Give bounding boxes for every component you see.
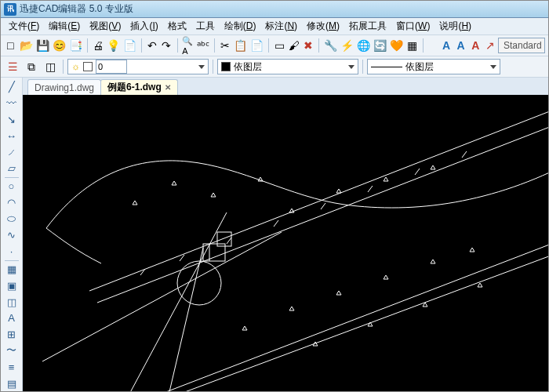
find-icon[interactable]: 🔍A xyxy=(181,37,195,54)
saveas-icon[interactable]: 📑 xyxy=(68,37,83,54)
layer-color-swatch xyxy=(83,62,93,71)
svg-line-18 xyxy=(462,151,467,158)
menu-window[interactable]: 窗口(W) xyxy=(391,18,434,34)
color-select[interactable]: 依图层 xyxy=(217,59,358,74)
globe-icon[interactable]: 🌐 xyxy=(356,37,371,54)
copy-icon[interactable]: 📋 xyxy=(233,37,248,54)
menu-ext[interactable]: 拓展工具 xyxy=(344,18,391,34)
save-icon[interactable]: 💾 xyxy=(35,37,50,54)
tab-example61[interactable]: 例题6-1.dwg ✕ xyxy=(100,79,178,95)
tab-label: 例题6-1.dwg xyxy=(107,81,162,94)
refresh-icon[interactable]: 🔄 xyxy=(373,37,387,54)
svg-line-16 xyxy=(368,186,373,192)
menu-modify[interactable]: 修改(M) xyxy=(302,18,344,34)
redo-icon[interactable]: ↷ xyxy=(160,37,173,54)
layer-iso-icon[interactable]: ◫ xyxy=(42,58,59,75)
svg-line-17 xyxy=(415,169,420,175)
wrench-icon[interactable]: 🔧 xyxy=(323,37,338,54)
undo-icon[interactable]: ↶ xyxy=(146,37,159,54)
arc-tool-icon[interactable]: ◠ xyxy=(3,194,20,210)
erase-icon[interactable]: ✖ xyxy=(302,37,315,54)
pdf-icon[interactable]: 📄 xyxy=(122,37,137,54)
separator xyxy=(423,38,424,53)
linetype-select[interactable]: 依图层 xyxy=(367,59,500,74)
abc-icon[interactable]: ᵃᵇᶜ xyxy=(196,37,210,54)
menu-help[interactable]: 说明(H) xyxy=(434,18,476,34)
color-label: 依图层 xyxy=(234,60,262,74)
saveall-icon[interactable]: 😊 xyxy=(52,37,67,54)
hatch-tool-icon[interactable]: ▦ xyxy=(3,262,20,278)
cut-icon[interactable]: ✂ xyxy=(219,37,232,54)
layer-select[interactable]: ☼ xyxy=(67,59,209,74)
layer-props-icon[interactable]: ⧉ xyxy=(23,58,40,75)
separator xyxy=(214,38,215,53)
separator xyxy=(362,60,363,74)
menu-insert[interactable]: 插入(I) xyxy=(125,18,162,34)
heart-icon[interactable]: 🧡 xyxy=(389,37,404,54)
arc2-tool-icon[interactable]: ⟋ xyxy=(3,144,20,160)
toolbar-layers: ☰ ⧉ ◫ ☼ 依图层 依图层 xyxy=(1,56,548,78)
app-logo: 讯 xyxy=(4,3,16,16)
region-tool-icon[interactable]: ▣ xyxy=(3,278,20,293)
select-icon[interactable]: ▭ xyxy=(273,37,286,54)
xline-tool-icon[interactable]: ↔ xyxy=(3,128,20,143)
separator xyxy=(5,260,19,261)
line-tool-icon[interactable]: ╱ xyxy=(3,79,20,95)
separator xyxy=(87,38,88,53)
ray-tool-icon[interactable]: ↘ xyxy=(3,112,20,128)
cloud-tool-icon[interactable]: 〜 xyxy=(3,343,20,358)
svg-line-3 xyxy=(78,248,548,391)
box3d-icon[interactable]: ▦ xyxy=(405,37,419,54)
new-icon[interactable]: □ xyxy=(4,37,17,54)
window-title: 迅捷CAD编辑器 5.0 专业版 xyxy=(20,2,133,16)
menu-annot[interactable]: 标注(N) xyxy=(260,18,302,34)
block-tool-icon[interactable]: ◫ xyxy=(3,294,20,310)
text-a2-icon[interactable]: A xyxy=(454,37,467,54)
separator xyxy=(213,60,213,74)
drawing-canvas[interactable] xyxy=(23,95,548,391)
linetype-label: 依图层 xyxy=(405,60,434,74)
svg-line-14 xyxy=(274,220,278,227)
align-tool-icon[interactable]: ≡ xyxy=(3,359,20,375)
document-tabs: Drawing1.dwg 例题6-1.dwg ✕ xyxy=(23,78,548,95)
draw-toolbar-vertical: ╱ 〰 ↘ ↔ ⟋ ▱ ○ ◠ ⬭ ∿ · ▦ ▣ ◫ A ⊞ 〜 ≡ ▤ xyxy=(1,78,23,391)
group-tool-icon[interactable]: ⊞ xyxy=(3,327,20,343)
menu-file[interactable]: 文件(F) xyxy=(4,18,44,34)
text-a3-icon[interactable]: A xyxy=(469,37,482,54)
circle-tool-icon[interactable]: ○ xyxy=(3,179,20,194)
close-icon[interactable]: ✕ xyxy=(165,83,171,92)
text-tool-icon[interactable]: A xyxy=(3,310,20,326)
svg-line-2 xyxy=(62,236,548,391)
table-tool-icon[interactable]: ▤ xyxy=(3,376,20,391)
menu-format[interactable]: 格式 xyxy=(163,18,191,34)
open-icon[interactable]: 📂 xyxy=(19,37,34,54)
layer-manager-icon[interactable]: ☰ xyxy=(4,58,21,75)
menu-tool[interactable]: 工具 xyxy=(191,18,220,34)
tab-drawing1[interactable]: Drawing1.dwg xyxy=(27,79,101,95)
svg-line-1 xyxy=(97,118,548,303)
menu-bar: 文件(F) 编辑(E) 视图(V) 插入(I) 格式 工具 绘制(D) 标注(N… xyxy=(1,18,548,35)
text-style-select[interactable]: Standard xyxy=(498,38,545,53)
separator xyxy=(63,60,64,74)
arrow-upright-icon[interactable]: ↗ xyxy=(483,37,496,54)
svg-line-15 xyxy=(321,203,325,209)
light-icon[interactable]: 💡 xyxy=(106,37,121,54)
menu-view[interactable]: 视图(V) xyxy=(85,18,125,34)
paste-icon[interactable]: 📄 xyxy=(249,37,264,54)
text-a1-icon[interactable]: A xyxy=(440,37,453,54)
spline-tool-icon[interactable]: ∿ xyxy=(3,227,20,243)
ellipse-tool-icon[interactable]: ⬭ xyxy=(3,211,20,227)
menu-draw[interactable]: 绘制(D) xyxy=(220,18,261,34)
rect-tool-icon[interactable]: ▱ xyxy=(3,161,20,176)
menu-edit[interactable]: 编辑(E) xyxy=(44,18,85,34)
separator xyxy=(318,38,319,53)
layer-name-input[interactable] xyxy=(96,60,127,74)
print-icon[interactable]: 🖨 xyxy=(91,37,104,54)
polyline-tool-icon[interactable]: 〰 xyxy=(3,96,20,111)
title-bar: 讯 迅捷CAD编辑器 5.0 专业版 xyxy=(1,1,548,18)
svg-line-5 xyxy=(109,212,227,391)
bolt-icon[interactable]: ⚡ xyxy=(340,37,354,54)
brush-icon[interactable]: 🖌 xyxy=(287,37,300,54)
svg-line-13 xyxy=(227,238,231,244)
point-tool-icon[interactable]: · xyxy=(3,244,20,260)
